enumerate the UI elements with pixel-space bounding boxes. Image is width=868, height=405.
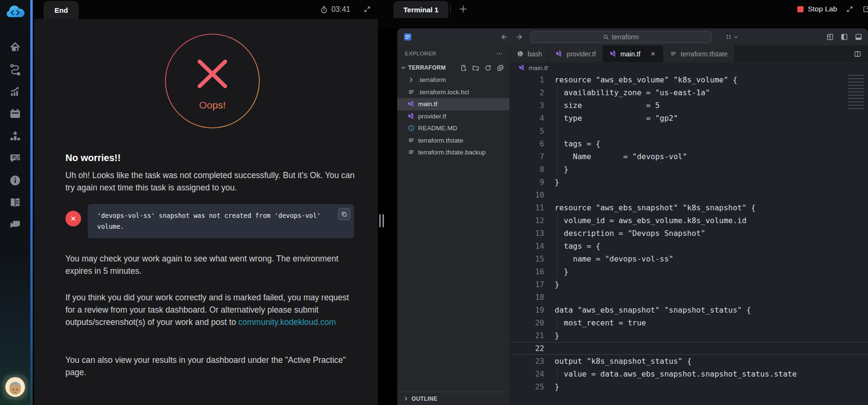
panel-resize-handle[interactable]: [379, 214, 384, 227]
new-folder-icon[interactable]: [472, 64, 479, 72]
editor-tab-main.tf[interactable]: main.tf: [603, 45, 663, 62]
remote-dots-icon: [725, 33, 732, 41]
line-number: 18: [510, 291, 544, 304]
new-file-icon[interactable]: [460, 64, 467, 72]
split-editor-icon[interactable]: [854, 50, 861, 58]
copy-button[interactable]: [338, 208, 350, 220]
tab-close-icon[interactable]: [650, 51, 656, 57]
workspace-section-header[interactable]: TERRAFORM: [397, 62, 510, 74]
avatar-container: [3, 375, 27, 399]
community-link[interactable]: community.kodekloud.com: [238, 317, 336, 327]
line-text: [544, 291, 555, 304]
line-text: }: [544, 329, 559, 342]
sidebar-item-chat[interactable]: [9, 219, 21, 231]
line-number: 16: [510, 265, 544, 278]
editor-tab-terraform.tfstate[interactable]: terraform.tfstate: [663, 45, 735, 62]
terraform-icon: [408, 100, 415, 108]
line-number: 1: [510, 73, 544, 86]
file-item-provider.tf[interactable]: provider.tf: [397, 110, 510, 123]
sidebar-item-chat-edit[interactable]: [9, 152, 21, 164]
chevron-right-icon: [403, 396, 409, 402]
outline-section[interactable]: OUTLINE: [397, 392, 510, 405]
file-item-terraform.tfstate.backup[interactable]: terraform.tfstate.backup: [397, 146, 510, 159]
line-text: availability_zone = "us-east-1a": [544, 86, 710, 99]
editor-area: bashprovider.tfmain.tfterraform.tfstate …: [510, 45, 868, 405]
open-external-icon[interactable]: [862, 5, 868, 13]
layout-sidebar-icon[interactable]: [841, 33, 848, 41]
code-line-14: 14 tags = {: [510, 240, 868, 252]
terraform-icon: [408, 113, 415, 120]
line-text: }: [544, 265, 568, 278]
sidebar-item-podium[interactable]: [9, 130, 21, 142]
terraform-icon: [610, 50, 617, 57]
back-arrow-icon[interactable]: [501, 33, 508, 41]
breadcrumb[interactable]: main.tf: [510, 62, 868, 73]
chevron-down-icon: [400, 64, 407, 71]
file-item-.terraform[interactable]: .terraform: [397, 74, 510, 86]
search-value: terraform: [612, 33, 639, 41]
chevron-right-icon: [408, 76, 415, 83]
line-text: output "k8s_snapshot_status" {: [544, 355, 692, 368]
copy-icon: [341, 211, 347, 217]
layout-panel-icon[interactable]: [855, 33, 862, 41]
line-number: 5: [510, 125, 544, 137]
file-label: terraform.tfstate.backup: [418, 149, 486, 156]
line-number: 14: [510, 240, 544, 252]
forward-arrow-icon[interactable]: [515, 33, 523, 41]
line-text: }: [544, 163, 568, 176]
line-number: 4: [510, 112, 544, 125]
sidebar-item-info-circle[interactable]: [9, 174, 21, 187]
code-line-8: 8 }: [510, 163, 868, 176]
sidebar-item-calendar[interactable]: [9, 108, 21, 120]
line-number: 23: [510, 355, 544, 368]
editor-tab-label: bash: [528, 50, 542, 58]
file-label: .terraform: [418, 76, 446, 83]
explorer-sidebar: EXPLORER TERRAFORM .terraform.terraform.…: [397, 45, 510, 405]
route-icon: [9, 63, 21, 75]
sidebar-item-chart-up[interactable]: [9, 85, 21, 98]
search-input[interactable]: terraform: [530, 31, 712, 43]
search-icon: [603, 34, 609, 40]
code-line-3: 3 size = 5: [510, 99, 868, 112]
kodekloud-logo-icon[interactable]: [5, 5, 25, 20]
tab-terminal-1[interactable]: Terminal 1: [393, 1, 448, 18]
menu-icon[interactable]: [403, 32, 412, 42]
error-message: 'devops-vol-ss' snapshot was not created…: [97, 212, 320, 230]
user-avatar[interactable]: [5, 377, 25, 397]
file-item-main.tf[interactable]: main.tf: [397, 98, 510, 110]
editor-tab-provider.tf[interactable]: provider.tf: [549, 45, 603, 62]
line-text: resource "aws_ebs_volume" "k8s_volume" {: [544, 73, 737, 86]
line-number: 25: [510, 380, 544, 393]
expand-terminal-icon[interactable]: [846, 5, 854, 13]
more-actions-icon[interactable]: [496, 50, 503, 57]
sidebar-item-book[interactable]: [9, 197, 21, 209]
file-item-terraform.tfstate[interactable]: terraform.tfstate: [397, 135, 510, 147]
tab-end[interactable]: End: [44, 1, 79, 19]
code-line-12: 12 volume_id = aws_ebs_volume.k8s_volume…: [510, 214, 868, 227]
file-item-.terraform.lock.hcl[interactable]: .terraform.lock.hcl: [397, 86, 510, 99]
editor-tab-bash[interactable]: bash: [510, 45, 549, 62]
file-lines-icon: [408, 89, 415, 96]
lab-timer: 03:41: [320, 0, 350, 19]
tab-terminal-1-label: Terminal 1: [403, 6, 439, 14]
expand-panel-icon[interactable]: [363, 5, 371, 13]
file-item-README.MD[interactable]: README.MD: [397, 122, 510, 135]
chat-edit-icon: [9, 152, 21, 164]
lab-controls: Stop Lab: [797, 0, 868, 18]
refresh-icon[interactable]: [484, 64, 492, 72]
code-line-21: 21}: [510, 329, 868, 342]
remote-indicator[interactable]: [725, 33, 739, 41]
code-editor[interactable]: 1resource "aws_ebs_volume" "k8s_volume" …: [510, 73, 868, 405]
stop-lab-button[interactable]: Stop Lab: [797, 5, 837, 13]
layout-grid-icon[interactable]: [826, 33, 834, 41]
line-text: most_recent = true: [544, 316, 646, 329]
line-text: }: [544, 176, 559, 189]
code-line-23: 23output "k8s_snapshot_status" {: [510, 355, 868, 368]
collapse-all-icon[interactable]: [497, 64, 504, 72]
book-icon: [9, 197, 21, 209]
sidebar-item-home[interactable]: [9, 41, 21, 53]
explorer-actions: [460, 64, 510, 72]
file-lines-icon: [408, 149, 415, 156]
new-terminal-button[interactable]: [458, 4, 468, 14]
sidebar-item-route[interactable]: [9, 63, 21, 75]
